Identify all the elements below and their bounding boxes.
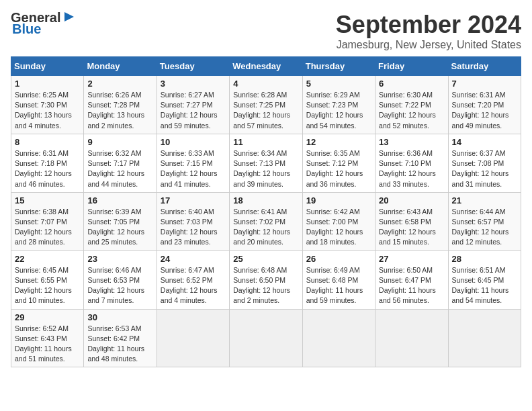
day-number: 27 <box>379 254 444 264</box>
day-info: Sunrise: 6:52 AM Sunset: 6:43 PM Dayligh… <box>15 324 80 365</box>
day-number: 16 <box>87 195 152 205</box>
calendar-cell <box>302 309 375 367</box>
day-info: Sunrise: 6:34 AM Sunset: 7:13 PM Dayligh… <box>233 148 298 189</box>
calendar-cell: 16Sunrise: 6:39 AM Sunset: 7:05 PM Dayli… <box>84 192 157 250</box>
header: General Blue September 2024 Jamesburg, N… <box>11 11 521 51</box>
day-number: 3 <box>161 79 226 89</box>
calendar-cell: 14Sunrise: 6:37 AM Sunset: 7:08 PM Dayli… <box>448 134 521 192</box>
day-info: Sunrise: 6:33 AM Sunset: 7:15 PM Dayligh… <box>161 148 226 189</box>
day-number: 10 <box>161 137 226 147</box>
day-number: 24 <box>161 254 226 264</box>
day-info: Sunrise: 6:49 AM Sunset: 6:48 PM Dayligh… <box>306 265 371 306</box>
day-info: Sunrise: 6:40 AM Sunset: 7:03 PM Dayligh… <box>161 207 226 248</box>
day-number: 26 <box>306 254 371 264</box>
calendar-cell: 18Sunrise: 6:41 AM Sunset: 7:02 PM Dayli… <box>230 192 302 250</box>
day-info: Sunrise: 6:42 AM Sunset: 7:00 PM Dayligh… <box>306 207 371 248</box>
col-header-monday: Monday <box>84 57 157 76</box>
day-info: Sunrise: 6:47 AM Sunset: 6:52 PM Dayligh… <box>161 265 226 306</box>
col-header-saturday: Saturday <box>448 57 521 76</box>
day-info: Sunrise: 6:51 AM Sunset: 6:45 PM Dayligh… <box>452 265 517 306</box>
calendar-cell <box>230 309 302 367</box>
day-info: Sunrise: 6:46 AM Sunset: 6:53 PM Dayligh… <box>87 265 152 306</box>
day-info: Sunrise: 6:36 AM Sunset: 7:10 PM Dayligh… <box>379 148 444 189</box>
day-number: 18 <box>233 195 298 205</box>
day-number: 30 <box>87 312 152 322</box>
day-number: 15 <box>15 195 80 205</box>
day-info: Sunrise: 6:30 AM Sunset: 7:22 PM Dayligh… <box>379 90 444 131</box>
calendar-table: SundayMondayTuesdayWednesdayThursdayFrid… <box>11 56 521 367</box>
day-number: 8 <box>15 137 80 147</box>
calendar-week-1: 1Sunrise: 6:25 AM Sunset: 7:30 PM Daylig… <box>11 76 521 134</box>
day-number: 1 <box>15 79 80 89</box>
calendar-cell: 24Sunrise: 6:47 AM Sunset: 6:52 PM Dayli… <box>157 250 229 309</box>
day-info: Sunrise: 6:25 AM Sunset: 7:30 PM Dayligh… <box>15 90 80 131</box>
day-info: Sunrise: 6:29 AM Sunset: 7:23 PM Dayligh… <box>306 90 371 131</box>
calendar-cell: 23Sunrise: 6:46 AM Sunset: 6:53 PM Dayli… <box>84 250 157 309</box>
day-number: 5 <box>306 79 371 89</box>
day-info: Sunrise: 6:45 AM Sunset: 6:55 PM Dayligh… <box>15 265 80 306</box>
day-info: Sunrise: 6:39 AM Sunset: 7:05 PM Dayligh… <box>87 207 152 248</box>
calendar-cell: 6Sunrise: 6:30 AM Sunset: 7:22 PM Daylig… <box>375 76 448 134</box>
col-header-sunday: Sunday <box>11 57 84 76</box>
calendar-cell: 15Sunrise: 6:38 AM Sunset: 7:07 PM Dayli… <box>11 192 84 250</box>
day-number: 23 <box>87 254 152 264</box>
calendar-cell: 13Sunrise: 6:36 AM Sunset: 7:10 PM Dayli… <box>375 134 448 192</box>
calendar-cell: 8Sunrise: 6:31 AM Sunset: 7:18 PM Daylig… <box>11 134 84 192</box>
calendar-cell: 22Sunrise: 6:45 AM Sunset: 6:55 PM Dayli… <box>11 250 84 309</box>
day-number: 17 <box>161 195 226 205</box>
day-number: 2 <box>87 79 152 89</box>
day-number: 19 <box>306 195 371 205</box>
day-number: 9 <box>87 137 152 147</box>
calendar-cell: 19Sunrise: 6:42 AM Sunset: 7:00 PM Dayli… <box>302 192 375 250</box>
day-number: 25 <box>233 254 298 264</box>
calendar-week-2: 8Sunrise: 6:31 AM Sunset: 7:18 PM Daylig… <box>11 134 521 192</box>
calendar-cell: 27Sunrise: 6:50 AM Sunset: 6:47 PM Dayli… <box>375 250 448 309</box>
calendar-cell: 28Sunrise: 6:51 AM Sunset: 6:45 PM Dayli… <box>448 250 521 309</box>
day-number: 22 <box>15 254 80 264</box>
calendar-cell: 20Sunrise: 6:43 AM Sunset: 6:58 PM Dayli… <box>375 192 448 250</box>
calendar-cell: 11Sunrise: 6:34 AM Sunset: 7:13 PM Dayli… <box>230 134 302 192</box>
calendar-week-3: 15Sunrise: 6:38 AM Sunset: 7:07 PM Dayli… <box>11 192 521 250</box>
title-area: September 2024 Jamesburg, New Jersey, Un… <box>336 11 521 51</box>
calendar-cell: 12Sunrise: 6:35 AM Sunset: 7:12 PM Dayli… <box>302 134 375 192</box>
day-number: 29 <box>15 312 80 322</box>
day-info: Sunrise: 6:53 AM Sunset: 6:42 PM Dayligh… <box>87 324 152 365</box>
col-header-thursday: Thursday <box>302 57 375 76</box>
day-info: Sunrise: 6:27 AM Sunset: 7:27 PM Dayligh… <box>161 90 226 131</box>
calendar-cell: 2Sunrise: 6:26 AM Sunset: 7:28 PM Daylig… <box>84 76 157 134</box>
logo-arrow-icon <box>62 9 77 24</box>
day-number: 4 <box>233 79 298 89</box>
day-info: Sunrise: 6:37 AM Sunset: 7:08 PM Dayligh… <box>452 148 517 189</box>
month-title: September 2024 <box>336 11 521 39</box>
logo: General Blue <box>11 11 77 37</box>
day-number: 28 <box>452 254 517 264</box>
location-title: Jamesburg, New Jersey, United States <box>336 39 521 51</box>
calendar-cell: 26Sunrise: 6:49 AM Sunset: 6:48 PM Dayli… <box>302 250 375 309</box>
calendar-cell: 25Sunrise: 6:48 AM Sunset: 6:50 PM Dayli… <box>230 250 302 309</box>
col-header-wednesday: Wednesday <box>230 57 302 76</box>
calendar-cell <box>375 309 448 367</box>
col-header-friday: Friday <box>375 57 448 76</box>
col-header-tuesday: Tuesday <box>157 57 229 76</box>
day-info: Sunrise: 6:26 AM Sunset: 7:28 PM Dayligh… <box>87 90 152 131</box>
calendar-cell: 10Sunrise: 6:33 AM Sunset: 7:15 PM Dayli… <box>157 134 229 192</box>
day-info: Sunrise: 6:28 AM Sunset: 7:25 PM Dayligh… <box>233 90 298 131</box>
calendar-body: 1Sunrise: 6:25 AM Sunset: 7:30 PM Daylig… <box>11 76 521 367</box>
calendar-cell: 9Sunrise: 6:32 AM Sunset: 7:17 PM Daylig… <box>84 134 157 192</box>
day-info: Sunrise: 6:32 AM Sunset: 7:17 PM Dayligh… <box>87 148 152 189</box>
day-number: 13 <box>379 137 444 147</box>
logo-blue: Blue <box>12 21 41 36</box>
day-info: Sunrise: 6:38 AM Sunset: 7:07 PM Dayligh… <box>15 207 80 248</box>
day-number: 11 <box>233 137 298 147</box>
calendar-cell: 29Sunrise: 6:52 AM Sunset: 6:43 PM Dayli… <box>11 309 84 367</box>
calendar-cell <box>448 309 521 367</box>
calendar-cell: 3Sunrise: 6:27 AM Sunset: 7:27 PM Daylig… <box>157 76 229 134</box>
calendar-cell: 4Sunrise: 6:28 AM Sunset: 7:25 PM Daylig… <box>230 76 302 134</box>
calendar-cell: 1Sunrise: 6:25 AM Sunset: 7:30 PM Daylig… <box>11 76 84 134</box>
day-number: 7 <box>452 79 517 89</box>
day-number: 21 <box>452 195 517 205</box>
calendar-cell <box>157 309 229 367</box>
day-info: Sunrise: 6:43 AM Sunset: 6:58 PM Dayligh… <box>379 207 444 248</box>
day-number: 12 <box>306 137 371 147</box>
calendar-cell: 21Sunrise: 6:44 AM Sunset: 6:57 PM Dayli… <box>448 192 521 250</box>
